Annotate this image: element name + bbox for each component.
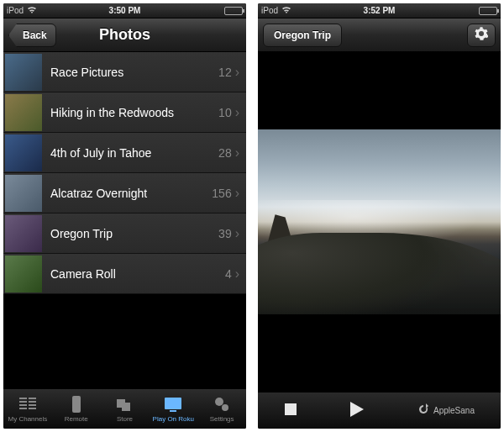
album-row[interactable]: Alcatraz Overnight 156 › [3, 173, 246, 213]
svg-rect-4 [29, 398, 36, 399]
album-name: Race Pictures [44, 66, 218, 79]
tab-label: My Channels [8, 415, 48, 423]
album-count: 12 [218, 66, 235, 79]
device-label: iPod [261, 6, 278, 15]
tab-remote[interactable]: Remote [52, 389, 101, 429]
stop-button[interactable] [284, 403, 297, 419]
chevron-right-icon: › [235, 226, 246, 241]
play-button[interactable] [349, 401, 365, 421]
chevron-right-icon: › [235, 105, 246, 120]
status-time: 3:52 PM [340, 6, 419, 15]
tab-play-on-roku[interactable]: Play On Roku [149, 389, 197, 429]
stop-icon [284, 404, 297, 419]
tab-my-channels[interactable]: My Channels [3, 389, 52, 429]
wifi-icon [281, 6, 291, 16]
nav-bar: Oregon Trip [258, 18, 501, 52]
album-thumbnail [5, 215, 42, 252]
album-count: 39 [218, 227, 235, 240]
album-count: 28 [218, 146, 235, 160]
album-thumbnail [5, 256, 42, 292]
album-row[interactable]: Hiking in the Redwoods 10 › [3, 92, 246, 133]
album-thumbnail [5, 134, 42, 171]
chevron-right-icon: › [235, 65, 246, 80]
svg-rect-10 [122, 403, 130, 411]
page-title: Photos [99, 26, 150, 44]
album-row[interactable]: 4th of July in Tahoe 28 › [3, 133, 246, 173]
tab-store[interactable]: Store [101, 389, 150, 429]
battery-icon [479, 7, 497, 15]
svg-rect-15 [285, 403, 297, 415]
gear-icon [475, 27, 488, 44]
phone-right: iPod 3:52 PM Oregon Trip [258, 3, 501, 429]
svg-rect-0 [19, 398, 27, 399]
play-icon [349, 406, 365, 420]
album-name: Hiking in the Redwoods [44, 106, 218, 119]
svg-rect-11 [165, 398, 181, 409]
album-back-label: Oregon Trip [274, 29, 331, 41]
tab-label: Remote [65, 415, 88, 423]
svg-rect-5 [29, 401, 36, 403]
album-row[interactable]: Oregon Trip 39 › [3, 213, 246, 254]
wifi-icon [27, 6, 37, 16]
album-count: 156 [212, 187, 234, 200]
tab-settings[interactable]: Settings [197, 389, 246, 429]
album-back-button[interactable]: Oregon Trip [263, 24, 342, 47]
album-name: Camera Roll [44, 267, 225, 281]
svg-rect-8 [72, 396, 81, 413]
svg-rect-12 [170, 410, 176, 412]
album-name: 4th of July in Tahoe [44, 146, 218, 160]
album-thumbnail [5, 175, 42, 212]
tab-label: Settings [210, 415, 234, 423]
svg-rect-3 [19, 408, 27, 409]
album-name: Alcatraz Overnight [44, 187, 212, 200]
svg-marker-16 [350, 402, 364, 417]
album-name: Oregon Trip [44, 227, 218, 240]
tab-label: Store [117, 415, 133, 423]
status-bar: iPod 3:52 PM [258, 3, 501, 18]
refresh-icon [417, 403, 430, 419]
chevron-right-icon: › [235, 266, 246, 282]
photo-viewer[interactable] [258, 52, 501, 392]
refresh-button[interactable]: AppleSana [417, 403, 475, 419]
album-count: 10 [218, 106, 235, 119]
back-button-label: Back [23, 29, 47, 41]
battery-icon [224, 7, 243, 15]
back-button[interactable]: Back [8, 24, 56, 47]
tab-label: Play On Roku [153, 415, 194, 423]
settings-button[interactable] [467, 24, 496, 47]
refresh-label: AppleSana [433, 406, 475, 415]
status-bar: iPod 3:50 PM [3, 3, 246, 18]
album-row[interactable]: Race Pictures 12 › [3, 52, 246, 92]
svg-rect-7 [29, 408, 36, 409]
playback-toolbar: AppleSana [258, 392, 501, 429]
tab-bar: My Channels Remote Store Play On Roku Se… [3, 388, 246, 429]
svg-point-14 [222, 404, 228, 411]
photo-image [258, 129, 501, 314]
svg-rect-2 [19, 404, 27, 406]
nav-bar: Back Photos [3, 18, 246, 52]
svg-rect-6 [29, 404, 36, 406]
chevron-right-icon: › [235, 186, 246, 201]
status-time: 3:50 PM [86, 6, 165, 15]
album-row[interactable]: Camera Roll 4 › [3, 254, 246, 294]
svg-point-13 [215, 398, 223, 406]
chevron-right-icon: › [235, 145, 246, 161]
album-thumbnail [5, 54, 42, 91]
album-list[interactable]: Race Pictures 12 › Hiking in the Redwood… [3, 52, 246, 388]
phone-left: iPod 3:50 PM Back Photos Race Pictures 1… [3, 3, 246, 429]
album-count: 4 [225, 267, 235, 281]
svg-rect-1 [19, 401, 27, 403]
device-label: iPod [7, 6, 24, 15]
album-thumbnail [5, 94, 42, 131]
